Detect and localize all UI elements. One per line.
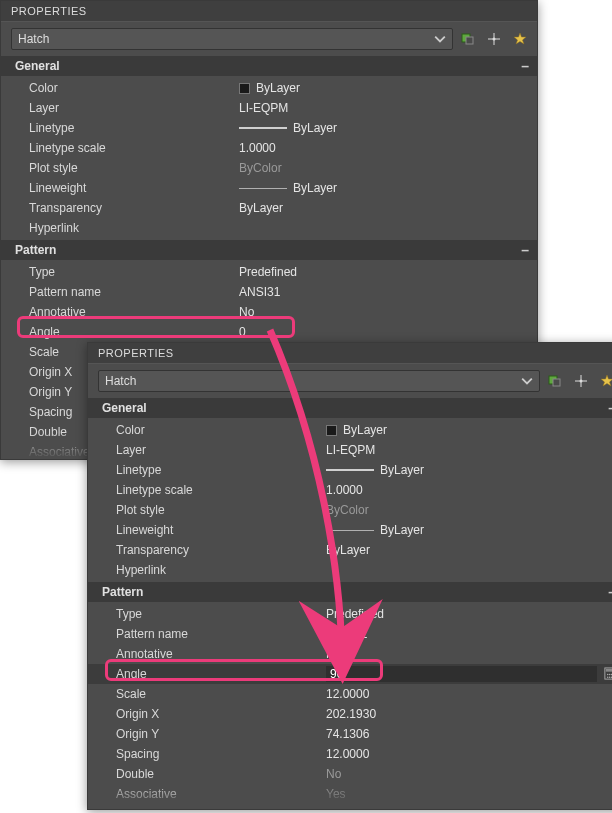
property-label: Spacing [116,747,326,761]
property-label: Associative [116,787,326,801]
property-value[interactable]: 0 [239,325,529,339]
property-value[interactable]: ByLayer [326,423,612,437]
property-value[interactable]: ByLayer [326,543,612,557]
property-value[interactable]: No [239,305,529,319]
property-label: Layer [29,101,239,115]
group-header-general[interactable]: General – [88,398,612,418]
property-row[interactable]: LayerLI-EQPM [1,98,537,118]
property-value[interactable]: 12.0000 [326,747,612,761]
property-value[interactable]: ByLayer [239,121,529,135]
property-row[interactable]: Spacing12.0000 [88,744,612,764]
property-row[interactable]: LineweightByLayer [88,520,612,540]
collapse-icon: – [608,401,612,415]
property-value[interactable]: 1.0000 [326,483,612,497]
property-row[interactable]: Plot styleByColor [1,158,537,178]
property-value[interactable]: ByColor [239,161,529,175]
quick-select-button[interactable] [570,370,592,392]
property-row[interactable]: TransparencyByLayer [1,198,537,218]
object-type-selector[interactable]: Hatch [11,28,453,50]
property-value[interactable]: 1.0000 [239,141,529,155]
property-value-text: ByColor [326,503,369,517]
property-row[interactable]: Plot styleByColor [88,500,612,520]
property-row[interactable]: Angle [88,664,612,684]
properties-panel-after: PROPERTIES Hatch General – ColorByLayerL… [87,342,612,810]
property-value-text: ByColor [239,161,282,175]
group-header-general[interactable]: General – [1,56,537,76]
property-value[interactable]: ByLayer [239,201,529,215]
property-row[interactable]: ColorByLayer [88,420,612,440]
property-row[interactable]: ColorByLayer [1,78,537,98]
property-row[interactable]: Scale12.0000 [88,684,612,704]
property-row[interactable]: TypePredefined [88,604,612,624]
property-row[interactable]: Pattern nameANSI31 [88,624,612,644]
property-value[interactable]: 202.1930 [326,707,612,721]
property-row[interactable]: Linetype scale1.0000 [1,138,537,158]
property-value[interactable]: ANSI31 [239,285,529,299]
property-label: Color [29,81,239,95]
property-value[interactable]: LI-EQPM [239,101,529,115]
property-value-text: 202.1930 [326,707,376,721]
property-value[interactable]: 74.1306 [326,727,612,741]
property-value[interactable]: LI-EQPM [326,443,612,457]
property-label: Hyperlink [116,563,326,577]
property-label: Color [116,423,326,437]
svg-rect-7 [553,379,560,386]
object-type-selector[interactable]: Hatch [98,370,540,392]
property-row[interactable]: Angle0 [1,322,537,342]
property-value[interactable]: Yes [326,787,612,801]
property-label: Origin X [116,707,326,721]
property-label: Double [116,767,326,781]
group-header-pattern[interactable]: Pattern – [88,582,612,602]
property-row[interactable]: Hyperlink [88,560,612,580]
property-value[interactable]: No [326,767,612,781]
property-row[interactable]: Origin Y74.1306 [88,724,612,744]
property-row[interactable]: TypePredefined [1,262,537,282]
property-value[interactable]: ANSI31 [326,627,612,641]
property-label: Angle [116,667,326,681]
selection-star-button[interactable] [509,28,531,50]
svg-rect-1 [466,37,473,44]
toggle-pim-button[interactable] [544,370,566,392]
property-value-text: Predefined [239,265,297,279]
property-label: Linetype scale [116,483,326,497]
property-row[interactable]: AssociativeYes [88,784,612,804]
property-row[interactable]: AnnotativeNo [88,644,612,664]
property-value[interactable]: ByColor [326,503,612,517]
property-row[interactable]: Origin X202.1930 [88,704,612,724]
calculator-icon[interactable] [603,667,612,681]
toggle-pim-button[interactable] [457,28,479,50]
group-header-pattern[interactable]: Pattern – [1,240,537,260]
property-row[interactable]: Pattern nameANSI31 [1,282,537,302]
property-value[interactable]: ByLayer [326,463,612,477]
property-value[interactable]: ByLayer [326,523,612,537]
property-label: Pattern name [116,627,326,641]
collapse-icon: – [521,243,529,257]
property-row[interactable]: Linetype scale1.0000 [88,480,612,500]
property-value[interactable]: 12.0000 [326,687,612,701]
property-row[interactable]: AnnotativeNo [1,302,537,322]
property-row[interactable]: LineweightByLayer [1,178,537,198]
object-type-row: Hatch [88,364,612,398]
property-row[interactable]: Hyperlink [1,218,537,238]
property-row[interactable]: DoubleNo [88,764,612,784]
svg-marker-5 [514,33,526,44]
property-row[interactable]: LinetypeByLayer [88,460,612,480]
svg-marker-11 [601,375,612,386]
svg-rect-13 [606,669,612,672]
property-row[interactable]: LinetypeByLayer [1,118,537,138]
property-value-text: ANSI31 [326,627,367,641]
property-row[interactable]: LayerLI-EQPM [88,440,612,460]
property-value[interactable]: Predefined [326,607,612,621]
property-value[interactable]: ByLayer [239,181,529,195]
object-type-row: Hatch [1,22,537,56]
property-value[interactable]: Predefined [239,265,529,279]
property-value[interactable]: ByLayer [239,81,529,95]
property-row[interactable]: TransparencyByLayer [88,540,612,560]
property-input[interactable] [326,666,597,682]
general-props: ColorByLayerLayerLI-EQPMLinetypeByLayerL… [88,418,612,582]
quick-select-button[interactable] [483,28,505,50]
svg-point-17 [607,677,608,678]
property-value[interactable] [326,666,612,682]
property-value[interactable]: No [326,647,612,661]
selection-star-button[interactable] [596,370,612,392]
